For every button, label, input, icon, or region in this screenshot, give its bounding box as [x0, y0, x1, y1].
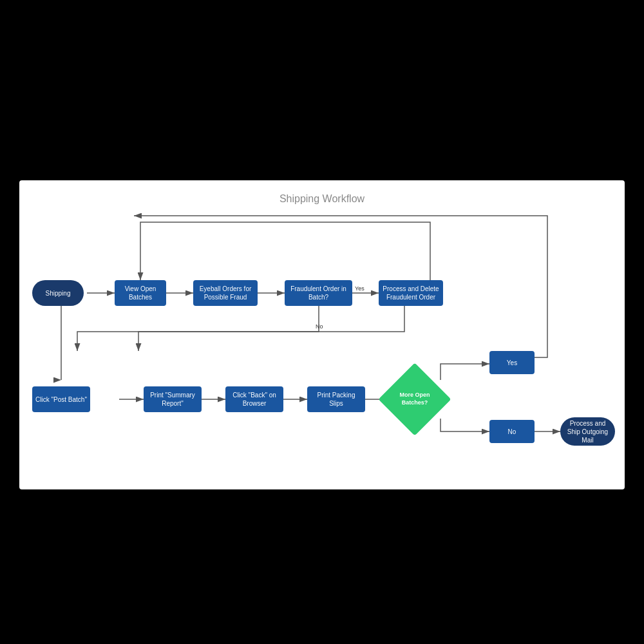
node-click-post-batch: Click "Post Batch" — [32, 386, 90, 412]
node-click-back: Click "Back" on Browser — [225, 386, 283, 412]
node-fraudulent-order: Fraudulent Order in Batch? — [285, 280, 352, 306]
diagram-container: Shipping Workflow — [19, 180, 625, 489]
diagram-title: Shipping Workflow — [19, 193, 625, 205]
node-yes-box: Yes — [489, 351, 535, 374]
node-view-open-batches: View Open Batches — [115, 280, 166, 306]
node-no-box: No — [489, 420, 535, 443]
flowchart-arrows — [19, 180, 625, 489]
node-more-open-batches: More Open Batches? — [389, 374, 440, 425]
node-process-ship: Process and Ship Outgoing Mail — [560, 417, 615, 446]
node-shipping: Shipping — [32, 280, 84, 306]
label-yes-fraud: Yes — [355, 285, 365, 292]
node-print-summary: Print "Summary Report" — [144, 386, 202, 412]
node-print-packing: Print Packing Slips — [307, 386, 365, 412]
node-eyeball-orders: Eyeball Orders for Possible Fraud — [193, 280, 258, 306]
node-process-delete: Process and Delete Fraudulent Order — [379, 280, 443, 306]
label-no-fraud: No — [316, 323, 323, 330]
